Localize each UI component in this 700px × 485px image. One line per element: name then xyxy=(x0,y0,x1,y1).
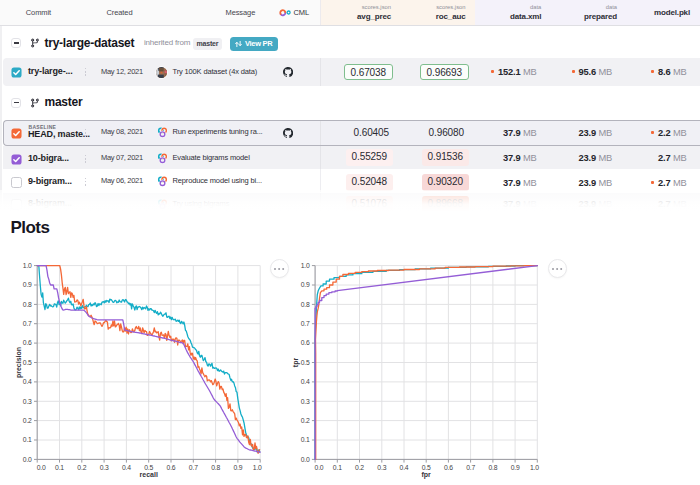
svg-text:0.5: 0.5 xyxy=(301,359,310,366)
svg-text:0.0: 0.0 xyxy=(301,456,310,463)
svg-text:0.9: 0.9 xyxy=(301,281,310,288)
svg-text:0.4: 0.4 xyxy=(23,378,32,385)
svg-text:1.0: 1.0 xyxy=(301,262,310,269)
svg-text:0.6: 0.6 xyxy=(301,339,310,346)
svg-text:0.2: 0.2 xyxy=(77,464,86,471)
svg-text:0.0: 0.0 xyxy=(23,456,32,463)
svg-text:0.9: 0.9 xyxy=(23,281,32,288)
svg-text:0.8: 0.8 xyxy=(301,301,310,308)
svg-text:precision: precision xyxy=(15,347,23,378)
svg-text:0.0: 0.0 xyxy=(37,464,46,471)
svg-text:0.6: 0.6 xyxy=(167,464,176,471)
svg-text:0.1: 0.1 xyxy=(55,464,64,471)
svg-text:0.3: 0.3 xyxy=(100,464,109,471)
svg-text:0.3: 0.3 xyxy=(301,398,310,405)
svg-text:0.7: 0.7 xyxy=(466,464,475,471)
svg-text:0.3: 0.3 xyxy=(23,398,32,405)
svg-text:0.2: 0.2 xyxy=(355,464,364,471)
svg-text:0.5: 0.5 xyxy=(144,464,153,471)
svg-text:0.2: 0.2 xyxy=(301,417,310,424)
svg-text:0.4: 0.4 xyxy=(301,378,310,385)
svg-text:0.8: 0.8 xyxy=(488,464,497,471)
svg-text:1.0: 1.0 xyxy=(530,464,539,471)
svg-text:0.4: 0.4 xyxy=(400,464,409,471)
svg-text:0.1: 0.1 xyxy=(301,436,310,443)
svg-text:0.2: 0.2 xyxy=(23,417,32,424)
svg-text:0.7: 0.7 xyxy=(301,320,310,327)
svg-text:0.8: 0.8 xyxy=(23,301,32,308)
svg-text:0.1: 0.1 xyxy=(23,436,32,443)
svg-text:0.3: 0.3 xyxy=(377,464,386,471)
svg-text:recall: recall xyxy=(140,471,158,478)
svg-text:0.0: 0.0 xyxy=(315,464,324,471)
svg-text:0.8: 0.8 xyxy=(211,464,220,471)
svg-text:0.6: 0.6 xyxy=(444,464,453,471)
svg-text:0.5: 0.5 xyxy=(23,359,32,366)
svg-text:0.5: 0.5 xyxy=(422,464,431,471)
svg-text:0.9: 0.9 xyxy=(233,464,242,471)
svg-text:0.9: 0.9 xyxy=(511,464,520,471)
svg-text:tpr: tpr xyxy=(292,358,300,368)
svg-text:1.0: 1.0 xyxy=(23,262,32,269)
svg-text:0.4: 0.4 xyxy=(122,464,131,471)
svg-text:1.0: 1.0 xyxy=(253,464,262,471)
svg-text:fpr: fpr xyxy=(422,471,432,479)
svg-text:0.7: 0.7 xyxy=(23,320,32,327)
svg-text:0.6: 0.6 xyxy=(23,339,32,346)
svg-text:0.1: 0.1 xyxy=(333,464,342,471)
svg-text:0.7: 0.7 xyxy=(189,464,198,471)
